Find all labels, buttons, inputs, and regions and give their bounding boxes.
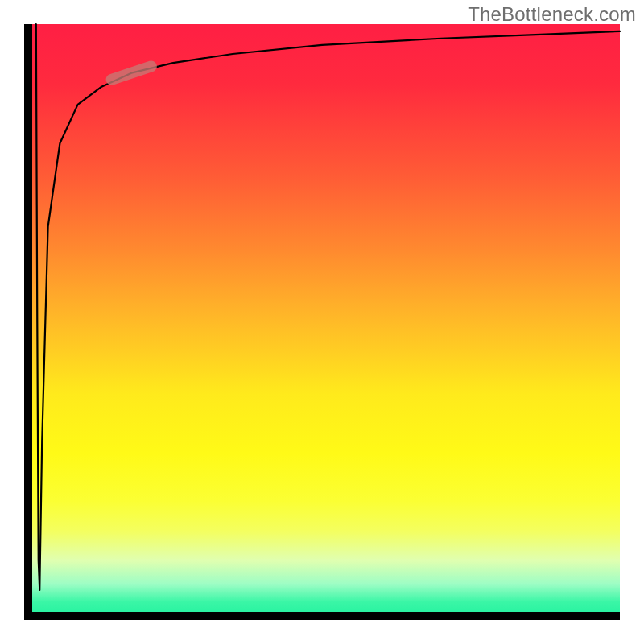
x-axis (24, 612, 620, 620)
y-axis (24, 24, 32, 620)
highlight-marker (112, 66, 151, 79)
watermark-text: TheBottleneck.com (468, 3, 636, 26)
bottleneck-curve (36, 24, 620, 590)
chart-container: { "watermark": "TheBottleneck.com", "col… (0, 0, 644, 644)
curve-layer (24, 24, 620, 620)
